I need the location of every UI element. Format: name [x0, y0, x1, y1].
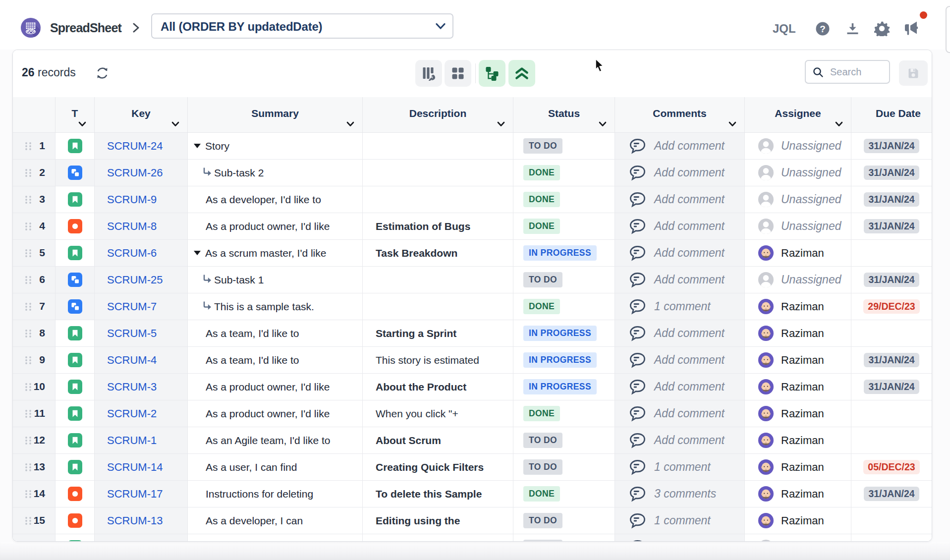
svg-text:?: ?	[820, 24, 826, 34]
